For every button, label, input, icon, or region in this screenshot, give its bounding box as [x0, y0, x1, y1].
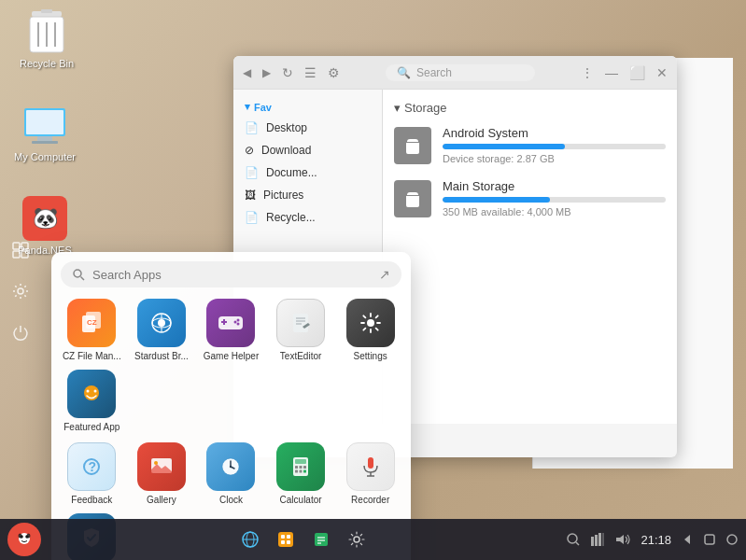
android-storage-bar	[443, 144, 666, 149]
my-computer-icon	[22, 103, 67, 147]
search-taskbar-icon[interactable]	[566, 532, 581, 547]
svg-point-32	[237, 319, 240, 322]
left-sidebar	[0, 233, 41, 349]
panda-taskbar-btn[interactable]	[7, 523, 41, 556]
recorder-icon	[346, 442, 395, 491]
file-manager-titlebar: ◀ ▶ ↻ ☰ ⚙ 🔍 Search ⋮ — ⬜ ✕	[233, 56, 677, 90]
svg-point-39	[367, 319, 374, 327]
gallery-label: Gallery	[147, 495, 176, 506]
svg-point-12	[409, 198, 411, 200]
more-icon[interactable]: ⋮	[581, 65, 594, 80]
cz-file-icon: CZ	[67, 299, 116, 347]
sidebar-item-recycle[interactable]: 📄 Recycle...	[233, 206, 382, 229]
svg-rect-15	[21, 243, 28, 249]
svg-line-20	[81, 277, 85, 281]
nav-circle-icon[interactable]	[725, 533, 739, 546]
svg-marker-104	[684, 535, 690, 544]
app-drawer: ↗ CZ CZ File Man...	[51, 252, 411, 560]
svg-rect-55	[295, 466, 298, 469]
storage-main[interactable]: Main Storage 350 MB available: 4,000 MB	[394, 179, 666, 217]
fm-search-back[interactable]: Search	[416, 66, 452, 79]
svg-point-47	[154, 461, 158, 465]
sim-icon	[590, 533, 605, 546]
search-icon	[72, 268, 85, 281]
calculator-icon	[276, 442, 325, 491]
feedback-icon: ?	[67, 442, 116, 491]
my-computer-label: My Computer	[14, 151, 76, 162]
desktop-icon-my-computer[interactable]: My Computer	[7, 103, 82, 162]
taskbar: 21:18	[0, 519, 746, 560]
svg-rect-14	[13, 243, 20, 249]
recorder-label: Recorder	[351, 495, 389, 506]
desktop: Recycle Bin My Computer 🐼 Panda.NES ◀ ▶ …	[0, 0, 746, 560]
text-editor-icon	[276, 299, 325, 347]
taskbar-left	[7, 523, 41, 556]
sidebar-item-pictures[interactable]: 🖼 Pictures	[233, 184, 382, 206]
app-game-helper[interactable]: Game Helper	[200, 299, 262, 362]
minimize-back[interactable]: —	[605, 65, 618, 80]
stardust-icon	[137, 299, 186, 347]
svg-point-19	[74, 270, 81, 277]
svg-rect-105	[705, 535, 714, 544]
cz-file-label: CZ File Man...	[63, 351, 121, 362]
svg-rect-1	[41, 9, 52, 13]
svg-rect-92	[315, 533, 328, 546]
svg-rect-30	[223, 319, 225, 325]
svg-point-41	[87, 390, 90, 393]
taskbar-browser[interactable]	[235, 525, 265, 554]
storage-section-title: ▾ Storage	[394, 101, 666, 115]
svg-text:CZ: CZ	[87, 318, 97, 327]
text-editor-label: TextEditor	[280, 351, 321, 362]
app-gallery[interactable]: Gallery	[131, 442, 193, 506]
main-storage-bar	[443, 197, 666, 203]
game-helper-label: Game Helper	[204, 351, 259, 362]
main-storage-icon	[394, 180, 431, 217]
app-cz-file[interactable]: CZ CZ File Man...	[61, 299, 123, 362]
svg-point-42	[94, 390, 97, 393]
app-settings[interactable]: Settings	[339, 299, 401, 362]
app-featured[interactable]: Featured App	[61, 370, 123, 433]
svg-point-13	[415, 198, 416, 200]
svg-rect-89	[287, 535, 290, 539]
app-recorder[interactable]: Recorder	[339, 442, 401, 506]
nav-left-icon[interactable]	[681, 533, 694, 546]
app-search-bar: ↗	[61, 261, 401, 287]
android-system-icon	[394, 127, 431, 164]
app-feedback[interactable]: ? Feedback	[61, 442, 123, 506]
sidebar-power-btn[interactable]	[4, 315, 37, 349]
sidebar-item-desktop[interactable]: 📄 Desktop	[233, 117, 382, 139]
svg-rect-58	[295, 470, 298, 473]
svg-point-97	[568, 534, 577, 543]
expand-icon[interactable]: ↗	[379, 267, 390, 282]
sidebar-item-download[interactable]: ⊘ Download	[233, 139, 382, 161]
feedback-label: Feedback	[71, 495, 112, 506]
svg-rect-56	[300, 466, 303, 469]
svg-line-98	[576, 542, 579, 545]
close-back[interactable]: ✕	[656, 65, 668, 80]
sidebar-settings-btn[interactable]	[4, 274, 37, 308]
clock-label: Clock	[219, 495, 243, 506]
fav-section: ▾ Fav	[233, 97, 382, 117]
app-search-input[interactable]	[92, 268, 372, 282]
desktop-icon-recycle-bin[interactable]: Recycle Bin	[9, 9, 84, 69]
taskbar-app2[interactable]	[271, 525, 301, 554]
svg-rect-91	[287, 540, 290, 544]
app-stardust[interactable]: Stardust Br...	[131, 299, 193, 362]
taskbar-edit[interactable]	[306, 525, 336, 554]
app-text-editor[interactable]: TextEditor	[270, 299, 332, 362]
taskbar-settings[interactable]	[342, 525, 372, 554]
volume-icon	[614, 533, 631, 546]
svg-rect-88	[281, 535, 285, 539]
app-clock[interactable]: Clock	[200, 442, 262, 506]
svg-rect-57	[303, 466, 306, 469]
maximize-back[interactable]: ⬜	[629, 65, 645, 80]
sidebar-square-btn[interactable]	[4, 233, 37, 267]
nav-square-icon[interactable]	[703, 533, 716, 546]
svg-rect-7	[26, 110, 63, 134]
storage-android-system[interactable]: Android System Device storage: 2.87 GB	[394, 126, 666, 164]
settings-icon	[346, 299, 395, 347]
svg-rect-34	[293, 314, 308, 332]
sidebar-item-documents[interactable]: 📄 Docume...	[233, 161, 382, 184]
app-calculator[interactable]: Calculator	[270, 442, 332, 506]
gallery-icon	[137, 442, 186, 491]
